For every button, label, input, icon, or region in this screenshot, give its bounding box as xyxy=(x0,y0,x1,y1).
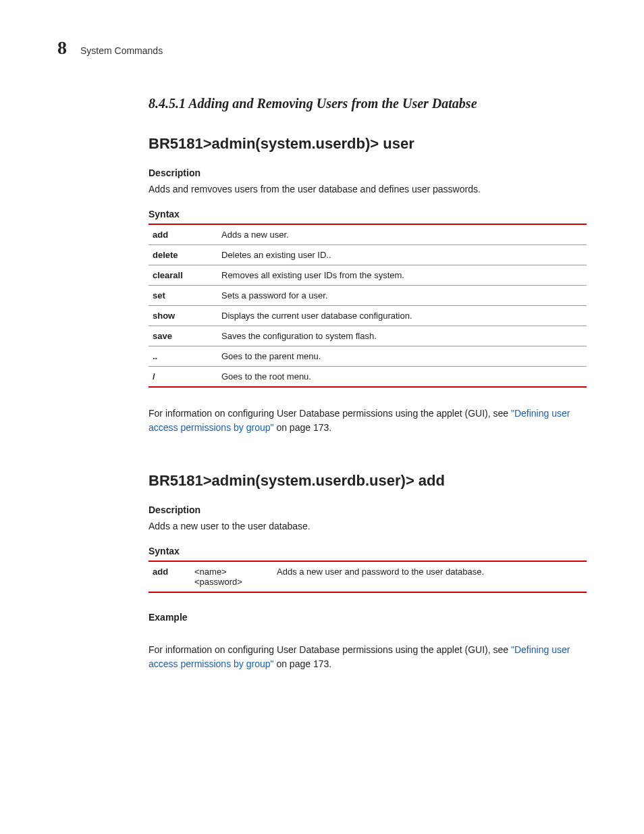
desc-cell: Goes to the parent menu. xyxy=(217,346,587,367)
desc-cell: Saves the configuration to system flash. xyxy=(217,326,587,346)
chapter-number: 8 xyxy=(57,37,67,59)
footer-post: on page 173. xyxy=(274,658,332,669)
footer-note: For information on configuring User Data… xyxy=(149,643,587,671)
page-container: 8 System Commands 8.4.5.1 Adding and Rem… xyxy=(0,0,644,749)
cmd-cell: clearall xyxy=(149,265,217,286)
table-row: .. Goes to the parent menu. xyxy=(149,346,587,367)
table-row: add Adds a new user. xyxy=(149,224,587,245)
desc-cell: Goes to the root menu. xyxy=(217,367,587,388)
table-row: / Goes to the root menu. xyxy=(149,367,587,388)
chapter-title: System Commands xyxy=(80,45,163,56)
cmd-cell: delete xyxy=(149,245,217,265)
syntax-table: add <name> <password> Adds a new user an… xyxy=(149,561,587,593)
command-block-add: BR5181>admin(system.userdb.user)> add De… xyxy=(149,472,587,671)
command-title: BR5181>admin(system.userdb)> user xyxy=(149,135,587,153)
footer-post: on page 173. xyxy=(274,422,332,433)
cmd-cell: set xyxy=(149,286,217,306)
command-title: BR5181>admin(system.userdb.user)> add xyxy=(149,472,587,490)
section-heading: 8.4.5.1 Adding and Removing Users from t… xyxy=(149,96,587,111)
cmd-cell: add xyxy=(149,224,217,245)
param-cell: <name> <password> xyxy=(190,561,273,592)
cmd-cell: .. xyxy=(149,346,217,367)
footer-note: For information on configuring User Data… xyxy=(149,407,587,435)
page-header: 8 System Commands xyxy=(57,37,587,59)
desc-cell: Displays the current user database confi… xyxy=(217,306,587,326)
table-row: clearall Removes all existing user IDs f… xyxy=(149,265,587,286)
cmd-cell: show xyxy=(149,306,217,326)
footer-pre: For information on configuring User Data… xyxy=(149,408,511,419)
table-row: set Sets a password for a user. xyxy=(149,286,587,306)
desc-cell: Deletes an existing user ID.. xyxy=(217,245,587,265)
syntax-table: add Adds a new user. delete Deletes an e… xyxy=(149,224,587,388)
desc-cell: Adds a new user and password to the user… xyxy=(273,561,587,592)
table-row: add <name> <password> Adds a new user an… xyxy=(149,561,587,592)
desc-cell: Adds a new user. xyxy=(217,224,587,245)
table-row: show Displays the current user database … xyxy=(149,306,587,326)
cmd-cell: save xyxy=(149,326,217,346)
description-label: Description xyxy=(149,504,587,515)
description-text: Adds a new user to the user database. xyxy=(149,519,587,533)
main-content: 8.4.5.1 Adding and Removing Users from t… xyxy=(149,96,587,671)
table-row: save Saves the configuration to system f… xyxy=(149,326,587,346)
table-row: delete Deletes an existing user ID.. xyxy=(149,245,587,265)
syntax-label: Syntax xyxy=(149,546,587,556)
cmd-cell: / xyxy=(149,367,217,388)
description-label: Description xyxy=(149,167,587,178)
description-text: Adds and remvoves users from the user da… xyxy=(149,182,587,197)
footer-pre: For information on configuring User Data… xyxy=(149,644,511,655)
desc-cell: Removes all existing user IDs from the s… xyxy=(217,265,587,286)
example-label: Example xyxy=(149,612,587,623)
cmd-cell: add xyxy=(149,561,190,592)
command-block-user: BR5181>admin(system.userdb)> user Descri… xyxy=(149,135,587,435)
desc-cell: Sets a password for a user. xyxy=(217,286,587,306)
syntax-label: Syntax xyxy=(149,209,587,219)
